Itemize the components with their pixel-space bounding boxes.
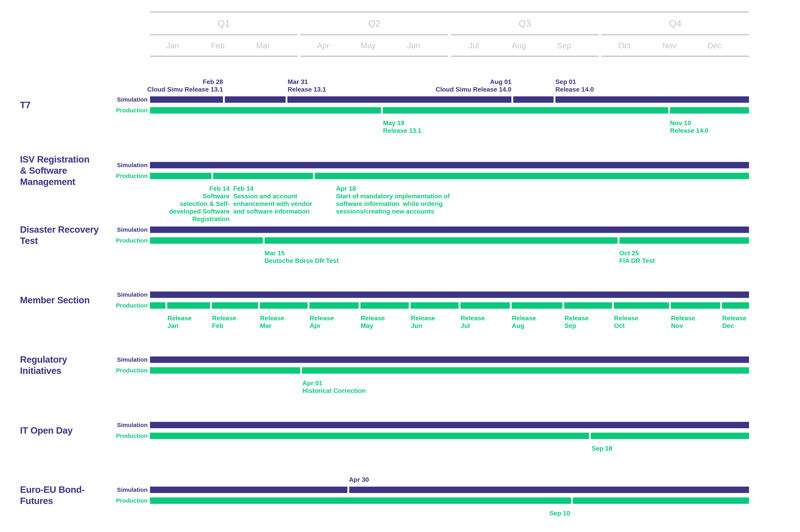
month-label-row: JulAugSep xyxy=(451,41,587,50)
milestone-label: ReleaseMay xyxy=(360,314,385,329)
simulation-bar-segment xyxy=(513,96,554,103)
production-bar-segment xyxy=(150,173,211,179)
milestone-label-line: May xyxy=(360,322,385,329)
month-label: Jul xyxy=(451,41,497,50)
simulation-bar-segment xyxy=(287,96,511,103)
milestone-label-line: Dec xyxy=(722,322,746,329)
milestone-label-line: Software xyxy=(50,192,229,200)
milestone-label: Nov 10Release 14.0 xyxy=(670,119,708,134)
milestone-label-line: Feb xyxy=(212,322,236,329)
milestone-label-line: Release 13.1 xyxy=(383,127,422,134)
milestone-label: Sep 01Release 14.0 xyxy=(555,78,594,93)
milestone-label-line: Release 14.0 xyxy=(555,86,594,93)
milestone-label-line: FIA DR Test xyxy=(619,257,655,265)
milestone-label: Mar 31Release 13.1 xyxy=(287,78,326,93)
quarter-label: Q3 xyxy=(451,18,599,29)
month-label-row: OctNovDec xyxy=(601,41,737,50)
month-label: Oct xyxy=(601,41,647,50)
production-label: Production xyxy=(60,302,148,309)
month-label-row: JanFebMar xyxy=(150,41,285,50)
milestone-label: ReleaseJun xyxy=(411,314,435,329)
milestone-label-line: Feb 14 xyxy=(50,185,229,192)
simulation-label: Simulation xyxy=(60,291,148,298)
milestone-label-line: Aug 01 xyxy=(331,78,511,86)
milestone-label-line: Sep 18 xyxy=(592,444,612,452)
production-bar-segment xyxy=(167,302,210,309)
quarter-label: Q2 xyxy=(301,18,448,29)
milestone-label-line: Release xyxy=(614,314,638,322)
simulation-bar-segment xyxy=(555,96,749,103)
simulation-bar-segment xyxy=(150,227,749,233)
month-label: Jun xyxy=(391,41,436,50)
milestone-label: May 19Release 13.1 xyxy=(383,119,422,134)
milestone-label: ReleaseNov xyxy=(671,314,695,329)
production-bar-segment xyxy=(302,367,749,374)
gantt-chart: Q1JanFebMarQ2AprMayJunQ3JulAugSepQ4OctNo… xyxy=(0,0,800,532)
month-label: Dec xyxy=(692,41,737,50)
milestone-label-line: selection & Self- xyxy=(50,200,229,208)
milestone-label-line: Deutsche Börse DR Test xyxy=(264,257,339,265)
milestone-label-line: Mar 31 xyxy=(287,78,326,86)
milestone-label-line: Sep 10 xyxy=(390,509,570,517)
month-divider-line xyxy=(451,56,599,57)
quarter-divider-line xyxy=(601,34,749,35)
milestone-label-line: enhancement with vendor xyxy=(233,200,312,208)
milestone-label: ReleaseJul xyxy=(461,314,485,329)
production-bar-segment xyxy=(564,302,612,309)
quarter-label: Q4 xyxy=(601,18,749,29)
milestone-label: ReleaseSep xyxy=(564,314,589,329)
milestone-label-line: Sep 01 xyxy=(555,78,594,86)
simulation-bar-segment xyxy=(150,162,749,168)
milestone-label-line: Feb 14 xyxy=(233,185,312,192)
milestone-label: ReleaseApr xyxy=(310,314,334,329)
milestone-label-line: Nov 10 xyxy=(670,119,708,127)
month-divider-line xyxy=(601,56,749,57)
milestone-label-line: Apr 01 xyxy=(302,379,366,387)
production-bar-segment xyxy=(591,433,749,439)
month-divider-line xyxy=(150,56,297,57)
milestone-label-line: Nov xyxy=(671,322,695,329)
milestone-label: ReleaseOct xyxy=(614,314,638,329)
simulation-label: Simulation xyxy=(60,357,148,363)
production-bar-segment xyxy=(511,302,562,309)
production-bar-segment xyxy=(150,302,165,309)
milestone-label-line: Feb 28 xyxy=(43,78,223,86)
milestone-label: Feb 28Cloud Simu Release 13.1 xyxy=(43,78,223,93)
production-label: Production xyxy=(60,237,148,244)
month-label: May xyxy=(346,41,391,50)
simulation-label: Simulation xyxy=(60,227,148,233)
milestone-label-line: May 19 xyxy=(383,119,422,127)
production-bar-segment xyxy=(411,302,459,309)
production-label: Production xyxy=(60,433,148,439)
milestone-label: Apr 01Historical Correction xyxy=(302,379,366,395)
simulation-bar-segment xyxy=(150,96,223,103)
milestone-label: ReleaseMar xyxy=(260,314,284,329)
production-bar-segment xyxy=(150,497,571,504)
milestone-label-line: Jul xyxy=(461,322,485,329)
production-bar-segment xyxy=(722,302,749,309)
production-label: Production xyxy=(60,497,148,504)
milestone-label-line: developed Software xyxy=(50,208,229,215)
timeline-top-line xyxy=(150,12,749,13)
milestone-label-line: Release xyxy=(671,314,695,322)
production-bar-segment xyxy=(150,433,589,439)
production-bar-segment xyxy=(315,173,749,179)
milestone-label-line: Cloud Simu Release 14.0 xyxy=(331,86,511,93)
milestone-label-line: Release xyxy=(212,314,236,322)
month-label: Aug xyxy=(496,41,541,50)
milestone-label-line: Release xyxy=(461,314,485,322)
milestone-label-line: Registration xyxy=(50,215,229,223)
milestone-label-line: Apr xyxy=(310,322,334,329)
production-bar-segment xyxy=(150,107,381,114)
production-label: Production xyxy=(60,367,148,374)
milestone-label: Feb 14Softwareselection & Self-developed… xyxy=(50,185,229,223)
production-bar-segment xyxy=(619,237,749,244)
month-label: Sep xyxy=(541,41,587,50)
simulation-label: Simulation xyxy=(60,487,148,493)
simulation-bar-segment xyxy=(150,291,749,298)
simulation-label: Simulation xyxy=(60,162,148,168)
production-bar-segment xyxy=(310,302,359,309)
milestone-label-line: Apr 30 xyxy=(349,476,369,483)
milestone-label: Mar 15Deutsche Börse DR Test xyxy=(264,249,339,265)
milestone-label-line: Mar 15 xyxy=(264,249,339,257)
